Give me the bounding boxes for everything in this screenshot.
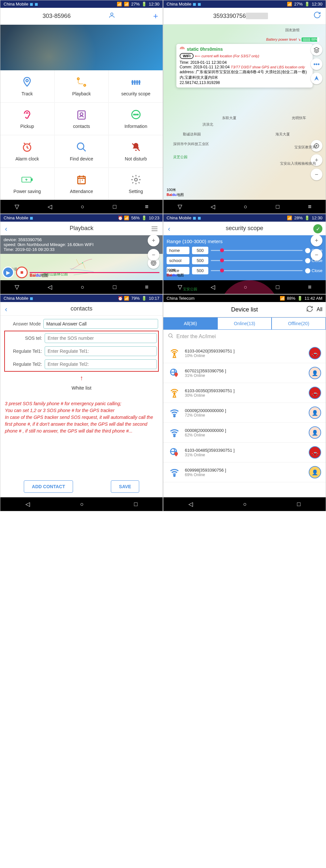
nav-back-icon[interactable]: ◁ <box>211 203 215 210</box>
menu-power-saving[interactable]: Power saving <box>0 168 54 200</box>
nav-recent-icon[interactable]: □ <box>134 501 138 508</box>
zoom-out-icon[interactable]: − <box>311 249 322 261</box>
regulate-tel1-input[interactable] <box>45 346 157 356</box>
device-row[interactable]: 6103-00420[3593390751 ]10% Online 🚗 <box>163 343 326 363</box>
playback-progress[interactable] <box>30 272 159 273</box>
white-list-link[interactable]: White list <box>5 382 158 394</box>
answer-mode-select[interactable]: Manual Answer Call <box>43 319 158 329</box>
nav-back-icon[interactable]: ◁ <box>48 283 52 291</box>
zoom-out-icon[interactable]: − <box>148 249 159 261</box>
nav-back-icon[interactable]: ◁ <box>211 283 215 291</box>
close-button[interactable]: Close <box>305 268 322 273</box>
map-layers-icon[interactable] <box>311 44 322 56</box>
map-nav-icon[interactable] <box>311 72 322 84</box>
svg-point-3 <box>84 84 86 86</box>
menu-pickup[interactable]: Pickup <box>0 103 54 135</box>
nav-down-icon[interactable]: ▽ <box>15 283 19 291</box>
stop-button[interactable]: ■ <box>16 267 28 278</box>
fence-name-input[interactable]: home <box>167 247 189 254</box>
nav-recent-icon[interactable]: □ <box>113 204 116 210</box>
device-row[interactable]: 6103-00350[3593390751 ]30% Online 🚗 <box>163 383 326 403</box>
nav-down-icon[interactable]: ▽ <box>15 203 19 210</box>
nav-recent-icon[interactable]: □ <box>297 501 301 508</box>
menu-setting[interactable]: Setting <box>109 168 163 200</box>
nav-recent-icon[interactable]: □ <box>276 284 279 291</box>
nav-down-icon[interactable]: ▽ <box>178 203 182 210</box>
device-avatar-icon[interactable]: 🚗 <box>309 386 321 399</box>
zoom-in-icon[interactable]: + <box>148 235 159 246</box>
menu-find-device[interactable]: Find device <box>55 135 109 167</box>
fence-name-input[interactable]: school <box>167 257 189 264</box>
device-row[interactable]: 607021[3593390756 ]31% Online 👤 <box>163 363 326 383</box>
nav-down-icon[interactable]: ▽ <box>178 283 182 291</box>
nav-home-icon[interactable]: ○ <box>81 284 84 291</box>
search-input[interactable]: Enter the Ac/imei <box>176 334 216 339</box>
menu-icon[interactable] <box>151 226 158 233</box>
zoom-in-icon[interactable]: + <box>311 235 322 246</box>
refresh-icon[interactable] <box>306 305 313 314</box>
device-avatar-icon[interactable]: 👤 <box>309 367 321 379</box>
menu-contacts[interactable]: contacts <box>55 103 109 135</box>
tab-online[interactable]: Online(13) <box>217 317 272 330</box>
nav-back-icon[interactable]: ◁ <box>48 203 52 210</box>
nav-menu-icon[interactable]: ≡ <box>145 284 148 291</box>
menu-information[interactable]: Information <box>109 103 163 135</box>
menu-attendance[interactable]: Attendance <box>55 168 109 200</box>
back-icon[interactable]: ‹ <box>5 225 7 234</box>
nav-home-icon[interactable]: ○ <box>243 501 247 508</box>
fence-slider[interactable] <box>211 270 302 271</box>
sos-tel-input[interactable] <box>45 333 157 343</box>
location-pin-icon <box>21 76 33 88</box>
regulate-tel2-input[interactable] <box>45 359 157 369</box>
nav-recent-icon[interactable]: □ <box>276 204 279 210</box>
device-avatar-icon[interactable]: 🚗 <box>309 446 321 459</box>
fence-radius-input[interactable]: 500 <box>192 247 208 254</box>
playback-info-panel: device: 3593390756 speed: 0km Northbound… <box>0 235 163 254</box>
nav-back-icon[interactable]: ◁ <box>188 501 193 508</box>
device-avatar-icon[interactable]: 👤 <box>309 466 321 478</box>
device-row[interactable]: 00009[20000000000 ]72% Online 👤 <box>163 403 326 423</box>
fence-radius-input[interactable]: 500 <box>192 257 208 264</box>
fence-radius-input[interactable]: 500 <box>192 267 208 274</box>
nav-back-icon[interactable]: ◁ <box>25 501 30 508</box>
plus-icon[interactable]: + <box>153 11 158 21</box>
device-avatar-icon[interactable]: 👤 <box>309 406 321 419</box>
back-icon[interactable]: ‹ <box>168 225 170 234</box>
fence-slider[interactable] <box>211 250 302 251</box>
fence-slider[interactable] <box>211 260 302 261</box>
playback-map[interactable]: 赤堪 羊台山森林公园 深圳野生动物园 塘朗山公园 南坑社区 深云村 世界之窗 深… <box>0 254 163 280</box>
svg-point-14 <box>137 114 138 115</box>
menu-security-scope[interactable]: security scope <box>109 70 163 102</box>
all-filter[interactable]: All <box>317 307 322 312</box>
refresh-icon[interactable] <box>313 11 321 21</box>
confirm-icon[interactable]: ✓ <box>313 224 322 234</box>
map-more-icon[interactable]: ••• <box>311 58 322 70</box>
playback-header: ‹ Playback <box>0 222 163 235</box>
tab-offline[interactable]: Offline(20) <box>272 317 326 330</box>
device-avatar-icon[interactable]: 🚗 <box>309 347 321 359</box>
nav-home-icon[interactable]: ○ <box>244 204 247 210</box>
add-contact-button[interactable]: ADD CONTACT <box>24 480 73 493</box>
device-row[interactable]: 609998[3593390756 ]69% Online 👤 <box>163 463 326 482</box>
map-view[interactable]: Battery power level ↘ ||||||||| 88% stat… <box>163 24 326 200</box>
back-icon[interactable]: ‹ <box>5 305 7 314</box>
device-avatar-icon[interactable]: 👤 <box>309 426 321 439</box>
nav-menu-icon[interactable]: ≡ <box>145 204 148 210</box>
device-row[interactable]: 6103-00485[3593390751 ]31% Online 🚗 <box>163 443 326 463</box>
nav-menu-icon[interactable]: ≡ <box>308 284 311 291</box>
menu-playback[interactable]: Playback <box>55 70 109 102</box>
gear-icon <box>130 174 142 186</box>
save-button[interactable]: SAVE <box>111 480 139 493</box>
nav-menu-icon[interactable]: ≡ <box>308 204 311 210</box>
user-icon[interactable] <box>108 12 115 21</box>
nav-home-icon[interactable]: ○ <box>80 501 84 508</box>
play-button[interactable]: ▶ <box>2 267 14 278</box>
device-row[interactable]: 00008[20000000000 ]62% Online 👤 <box>163 423 326 443</box>
menu-not-disturb[interactable]: Not disturb <box>109 135 163 167</box>
tab-all[interactable]: All(36) <box>163 317 217 330</box>
menu-track[interactable]: Track <box>0 70 54 102</box>
menu-alarm-clock[interactable]: Alarm clock <box>0 135 54 167</box>
nav-recent-icon[interactable]: □ <box>113 284 116 291</box>
zoom-out-icon[interactable]: − <box>311 168 322 180</box>
nav-home-icon[interactable]: ○ <box>81 204 84 210</box>
